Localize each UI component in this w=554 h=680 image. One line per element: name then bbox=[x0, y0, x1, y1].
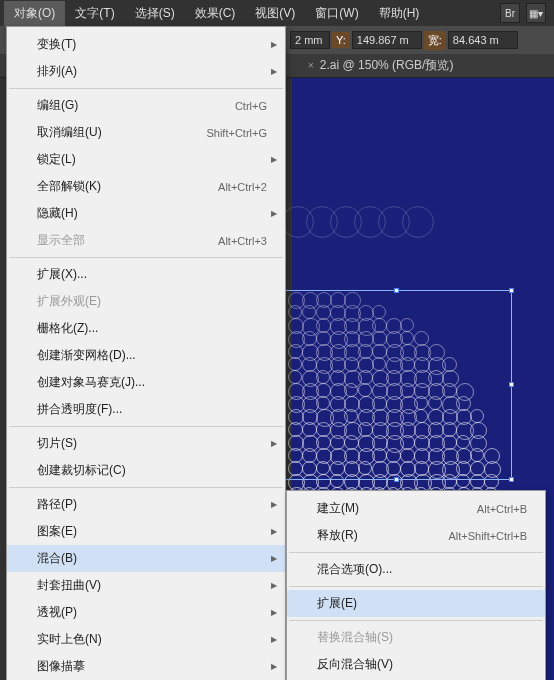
menu-item-label: 创建裁切标记(C) bbox=[37, 462, 126, 479]
menu-separator bbox=[289, 586, 543, 587]
object-menu-item-26[interactable]: 图像描摹 bbox=[7, 653, 285, 680]
object-menu-item-10[interactable]: 扩展(X)... bbox=[7, 261, 285, 288]
object-menu-item-12[interactable]: 栅格化(Z)... bbox=[7, 315, 285, 342]
menu-item-label: 建立(M) bbox=[317, 500, 359, 517]
object-menu-item-17[interactable]: 切片(S) bbox=[7, 430, 285, 457]
menu-shortcut: Alt+Ctrl+B bbox=[477, 503, 527, 515]
menu-effect[interactable]: 效果(C) bbox=[185, 1, 246, 26]
menu-item-label: 扩展外观(E) bbox=[37, 293, 101, 310]
handle-s[interactable] bbox=[394, 477, 399, 482]
y-label: Y: bbox=[332, 32, 350, 48]
menu-item-label: 锁定(L) bbox=[37, 151, 76, 168]
menu-item-label: 拼合透明度(F)... bbox=[37, 401, 122, 418]
menu-window[interactable]: 窗口(W) bbox=[305, 1, 368, 26]
x-value[interactable]: 2 mm bbox=[290, 31, 330, 49]
handle-se[interactable] bbox=[509, 477, 514, 482]
menu-shortcut: Alt+Shift+Ctrl+B bbox=[448, 530, 527, 542]
object-menu-item-20[interactable]: 路径(P) bbox=[7, 491, 285, 518]
selection-bounds bbox=[282, 290, 512, 480]
blend-menu-item-3[interactable]: 混合选项(O)... bbox=[287, 556, 545, 583]
menu-item-label: 创建对象马赛克(J)... bbox=[37, 374, 145, 391]
menu-item-label: 透视(P) bbox=[37, 604, 77, 621]
menu-item-label: 变换(T) bbox=[37, 36, 76, 53]
menu-item-label: 扩展(X)... bbox=[37, 266, 87, 283]
blend-menu-item-7: 替换混合轴(S) bbox=[287, 624, 545, 651]
object-menu-item-14[interactable]: 创建对象马赛克(J)... bbox=[7, 369, 285, 396]
arrange-icon[interactable]: ▦▾ bbox=[526, 3, 546, 23]
menu-separator bbox=[9, 88, 283, 89]
blend-menu-item-1[interactable]: 释放(R)Alt+Shift+Ctrl+B bbox=[287, 522, 545, 549]
object-menu-item-23[interactable]: 封套扭曲(V) bbox=[7, 572, 285, 599]
menu-separator bbox=[9, 426, 283, 427]
menu-item-label: 混合(B) bbox=[37, 550, 77, 567]
menu-view[interactable]: 视图(V) bbox=[245, 1, 305, 26]
menu-item-label: 创建渐变网格(D)... bbox=[37, 347, 136, 364]
object-menu-item-4[interactable]: 取消编组(U)Shift+Ctrl+G bbox=[7, 119, 285, 146]
y-value[interactable]: 149.867 m bbox=[352, 31, 422, 49]
handle-ne[interactable] bbox=[509, 288, 514, 293]
menu-select[interactable]: 选择(S) bbox=[125, 1, 185, 26]
object-menu-item-6[interactable]: 全部解锁(K)Alt+Ctrl+2 bbox=[7, 173, 285, 200]
object-menu-item-18[interactable]: 创建裁切标记(C) bbox=[7, 457, 285, 484]
menu-help[interactable]: 帮助(H) bbox=[369, 1, 430, 26]
object-menu-dropdown: 变换(T)排列(A)编组(G)Ctrl+G取消编组(U)Shift+Ctrl+G… bbox=[6, 26, 286, 680]
menu-shortcut: Ctrl+G bbox=[235, 100, 267, 112]
toolbar-right: Br ▦▾ bbox=[500, 3, 546, 23]
object-menu-item-5[interactable]: 锁定(L) bbox=[7, 146, 285, 173]
object-menu-item-13[interactable]: 创建渐变网格(D)... bbox=[7, 342, 285, 369]
blend-menu-item-8[interactable]: 反向混合轴(V) bbox=[287, 651, 545, 678]
object-menu-item-22[interactable]: 混合(B) bbox=[7, 545, 285, 572]
blend-menu-item-5[interactable]: 扩展(E) bbox=[287, 590, 545, 617]
object-menu-item-11: 扩展外观(E) bbox=[7, 288, 285, 315]
w-label: 宽: bbox=[424, 31, 446, 50]
menubar: 对象(O) 文字(T) 选择(S) 效果(C) 视图(V) 窗口(W) 帮助(H… bbox=[0, 0, 554, 26]
menu-item-label: 隐藏(H) bbox=[37, 205, 78, 222]
menu-item-label: 排列(A) bbox=[37, 63, 77, 80]
object-menu-item-8: 显示全部Alt+Ctrl+3 bbox=[7, 227, 285, 254]
handle-n[interactable] bbox=[394, 288, 399, 293]
blend-menu-item-0[interactable]: 建立(M)Alt+Ctrl+B bbox=[287, 495, 545, 522]
menu-object[interactable]: 对象(O) bbox=[4, 1, 65, 26]
bridge-icon[interactable]: Br bbox=[500, 3, 520, 23]
blend-submenu: 建立(M)Alt+Ctrl+B释放(R)Alt+Shift+Ctrl+B混合选项… bbox=[286, 490, 546, 680]
menu-item-label: 栅格化(Z)... bbox=[37, 320, 98, 337]
menu-separator bbox=[289, 552, 543, 553]
document-tab[interactable]: × 2.ai @ 150% (RGB/预览) bbox=[300, 53, 461, 78]
object-menu-item-25[interactable]: 实时上色(N) bbox=[7, 626, 285, 653]
object-menu-item-24[interactable]: 透视(P) bbox=[7, 599, 285, 626]
tab-label: 2.ai @ 150% (RGB/预览) bbox=[320, 57, 454, 74]
object-menu-item-21[interactable]: 图案(E) bbox=[7, 518, 285, 545]
menu-separator bbox=[9, 257, 283, 258]
w-value[interactable]: 84.643 m bbox=[448, 31, 518, 49]
menu-separator bbox=[289, 620, 543, 621]
object-menu-item-3[interactable]: 编组(G)Ctrl+G bbox=[7, 92, 285, 119]
menu-shortcut: Alt+Ctrl+2 bbox=[218, 181, 267, 193]
menu-item-label: 反向混合轴(V) bbox=[317, 656, 393, 673]
menu-item-label: 路径(P) bbox=[37, 496, 77, 513]
menu-item-label: 显示全部 bbox=[37, 232, 85, 249]
menu-item-label: 封套扭曲(V) bbox=[37, 577, 101, 594]
menu-item-label: 实时上色(N) bbox=[37, 631, 102, 648]
menu-shortcut: Shift+Ctrl+G bbox=[206, 127, 267, 139]
menu-item-label: 混合选项(O)... bbox=[317, 561, 392, 578]
object-menu-item-7[interactable]: 隐藏(H) bbox=[7, 200, 285, 227]
object-menu-item-1[interactable]: 排列(A) bbox=[7, 58, 285, 85]
menu-item-label: 图案(E) bbox=[37, 523, 77, 540]
handle-e[interactable] bbox=[509, 382, 514, 387]
menu-item-label: 替换混合轴(S) bbox=[317, 629, 393, 646]
menu-separator bbox=[9, 487, 283, 488]
menu-type[interactable]: 文字(T) bbox=[65, 1, 124, 26]
menu-item-label: 编组(G) bbox=[37, 97, 78, 114]
object-menu-item-0[interactable]: 变换(T) bbox=[7, 31, 285, 58]
tab-close-icon[interactable]: × bbox=[308, 60, 314, 71]
menu-item-label: 释放(R) bbox=[317, 527, 358, 544]
menu-item-label: 切片(S) bbox=[37, 435, 77, 452]
menu-item-label: 扩展(E) bbox=[317, 595, 357, 612]
menu-item-label: 取消编组(U) bbox=[37, 124, 102, 141]
menu-item-label: 全部解锁(K) bbox=[37, 178, 101, 195]
object-menu-item-15[interactable]: 拼合透明度(F)... bbox=[7, 396, 285, 423]
menu-shortcut: Alt+Ctrl+3 bbox=[218, 235, 267, 247]
menu-item-label: 图像描摹 bbox=[37, 658, 85, 675]
